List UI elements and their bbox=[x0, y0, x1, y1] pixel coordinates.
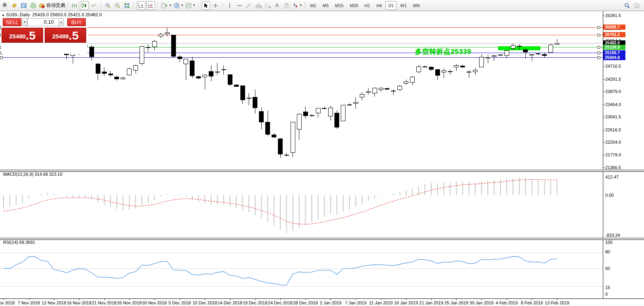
indicators-dropdown-arrow[interactable]: ▼ bbox=[169, 4, 172, 7]
sonar-strategy-icon[interactable] bbox=[29, 1, 38, 10]
candle bbox=[114, 77, 119, 79]
zoom-in-icon[interactable] bbox=[104, 1, 112, 10]
candle bbox=[165, 32, 170, 34]
macd-histogram-bar bbox=[16, 195, 17, 205]
x-axis-label: 13 Feb 2019 bbox=[545, 300, 569, 305]
line-handle-right[interactable] bbox=[597, 56, 600, 59]
line-handle-right[interactable] bbox=[597, 26, 600, 29]
line-handle-right[interactable] bbox=[597, 46, 600, 49]
x-axis-label: 11 Jan 2019 bbox=[369, 300, 393, 305]
candle bbox=[498, 55, 503, 55]
volume-up-button[interactable]: ▲ bbox=[59, 18, 64, 26]
price-label-resistance-line: 25752.2 bbox=[603, 32, 625, 37]
search-icon[interactable] bbox=[623, 1, 631, 10]
price-label-resistance-line: 26005.7 bbox=[603, 25, 625, 30]
horizontal-line-icon[interactable] bbox=[235, 1, 244, 10]
candle bbox=[517, 46, 522, 47]
ohlc-close: 25482.0 bbox=[85, 12, 102, 17]
candle bbox=[555, 43, 559, 45]
candle bbox=[322, 108, 327, 109]
new-order-button[interactable]: 单 bbox=[0, 1, 9, 10]
chart-shift-icon[interactable] bbox=[146, 1, 155, 10]
candle bbox=[410, 77, 415, 83]
tile-windows-icon[interactable] bbox=[123, 1, 131, 10]
macd-histogram-bar bbox=[129, 195, 130, 210]
timeframe-button-m15[interactable]: M15 bbox=[332, 1, 346, 10]
auto-scroll-icon[interactable] bbox=[137, 1, 145, 10]
text-icon[interactable]: A bbox=[273, 1, 281, 10]
macd-plot bbox=[0, 171, 603, 238]
macd-histogram-bar bbox=[355, 195, 356, 207]
templates-dropdown-arrow[interactable]: ▼ bbox=[193, 4, 196, 7]
timeframe-button-h4[interactable]: H4 bbox=[374, 1, 385, 10]
sell-price-box[interactable]: 25480.5 bbox=[2, 28, 43, 43]
collapse-panel-arrow[interactable]: ▲ bbox=[2, 13, 5, 17]
sell-price-frac: .5 bbox=[26, 30, 36, 42]
chat-icon[interactable] bbox=[632, 1, 641, 10]
x-axis-label: 10 Dec 2018 bbox=[193, 300, 217, 305]
buy-button[interactable]: BUY bbox=[67, 18, 86, 26]
timeframe-button-mn[interactable]: MN bbox=[410, 1, 423, 10]
candle bbox=[454, 65, 459, 67]
equidistant-channel-icon[interactable]: E bbox=[254, 1, 263, 10]
market-watch-icon[interactable] bbox=[19, 1, 28, 10]
x-tick-mark bbox=[532, 298, 532, 300]
candle bbox=[479, 57, 484, 67]
macd-histogram-bar bbox=[267, 195, 268, 222]
macd-histogram-bar bbox=[211, 195, 212, 205]
candle bbox=[278, 139, 283, 154]
indicators-icon[interactable]: ▼ bbox=[161, 1, 172, 10]
macd-histogram-bar bbox=[91, 195, 92, 200]
arrows-icon[interactable]: ▼ bbox=[292, 1, 303, 10]
timeframe-button-m1[interactable]: M1 bbox=[308, 1, 319, 10]
cursor-icon[interactable] bbox=[202, 1, 210, 10]
candle bbox=[334, 113, 339, 127]
timeframe-button-d1[interactable]: D1 bbox=[385, 1, 397, 10]
rsi-plot bbox=[0, 239, 603, 298]
new-order-icon[interactable] bbox=[10, 1, 19, 10]
templates-icon[interactable]: ▼ bbox=[185, 1, 196, 10]
buy-price-box[interactable]: 25489.5 bbox=[45, 28, 86, 43]
volume-down-button[interactable]: ▼ bbox=[22, 18, 27, 26]
macd-histogram-bar bbox=[437, 183, 438, 195]
line-handle-right[interactable] bbox=[597, 34, 600, 36]
pivot-annotation-text[interactable]: 多空转折点25339 bbox=[415, 47, 471, 56]
text-label-icon[interactable]: T bbox=[282, 1, 291, 10]
autotrading-button[interactable]: 自动交易 bbox=[38, 1, 66, 10]
chart-bars-icon[interactable] bbox=[70, 1, 79, 10]
macd-histogram-bar bbox=[53, 194, 54, 196]
candle bbox=[328, 108, 333, 116]
horizontal-level-line[interactable] bbox=[0, 35, 603, 35]
fibonacci-icon[interactable]: F bbox=[263, 1, 272, 10]
chart-area[interactable]: ▲ DJ30-,Daily 25426.0 25603.0 25421.0 25… bbox=[0, 11, 644, 306]
periods-icon[interactable]: ▼ bbox=[173, 1, 184, 10]
sell-button[interactable]: SELL bbox=[3, 18, 21, 26]
vertical-line-icon[interactable] bbox=[225, 1, 234, 10]
candle-wick bbox=[393, 89, 394, 95]
periods-dropdown-arrow[interactable]: ▼ bbox=[181, 4, 184, 7]
trendline-icon[interactable] bbox=[244, 1, 253, 10]
line-handle-left[interactable] bbox=[0, 56, 3, 59]
timeframe-button-h1[interactable]: H1 bbox=[362, 1, 373, 10]
horizontal-level-line[interactable] bbox=[0, 27, 603, 28]
svg-text:E: E bbox=[260, 6, 262, 8]
toolbar: 单 自动交易 bbox=[0, 0, 644, 11]
x-tick-mark bbox=[507, 298, 507, 300]
crosshair-icon[interactable] bbox=[211, 1, 220, 10]
chart-line-icon[interactable] bbox=[89, 1, 98, 10]
line-handle-right[interactable] bbox=[597, 51, 600, 54]
rsi-scale-80: 80 bbox=[605, 249, 633, 254]
volume-input[interactable]: 0.10 bbox=[27, 18, 59, 26]
arrows-dropdown-arrow[interactable]: ▼ bbox=[299, 4, 302, 7]
timeframe-button-m5[interactable]: M5 bbox=[320, 1, 331, 10]
x-axis-label: 4 Feb 2019 bbox=[496, 300, 518, 305]
zoom-out-icon[interactable] bbox=[113, 1, 122, 10]
y-axis-tick: 22616.5 bbox=[605, 127, 633, 132]
horizontal-level-line[interactable] bbox=[0, 57, 603, 58]
timeframe-button-m30[interactable]: M30 bbox=[347, 1, 361, 10]
chart-candles-icon[interactable] bbox=[80, 1, 89, 10]
timeframe-button-w1[interactable]: W1 bbox=[397, 1, 410, 10]
macd-histogram-bar bbox=[456, 182, 457, 195]
macd-histogram-bar bbox=[393, 194, 394, 195]
y-tick-mark bbox=[603, 91, 604, 92]
